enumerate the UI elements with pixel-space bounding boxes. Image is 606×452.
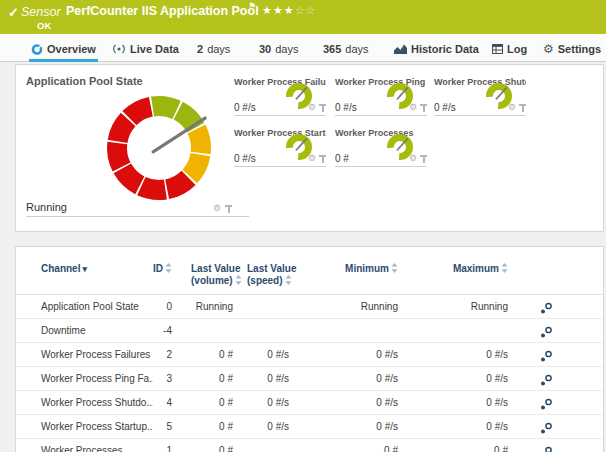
pin-icon[interactable] <box>225 205 232 213</box>
column-header-id[interactable]: ID <box>116 263 172 275</box>
table-header: Channel▾ ID Last Value(volume) Last Valu… <box>16 247 603 295</box>
active-tab-underline <box>29 59 98 62</box>
cell-id: 2 <box>126 349 172 360</box>
divider <box>26 216 249 217</box>
cell-minimum: Running <box>298 301 398 312</box>
table-row: Worker Processes 1 0 # 0 # 0 # <box>16 439 603 452</box>
log-table-icon <box>492 44 503 54</box>
column-header-minimum[interactable]: Minimum <box>306 263 398 275</box>
gauge-tile-worker-process-startup-failures[interactable]: Worker Process Startup Failu... 0 #/s ⚙ <box>234 128 326 167</box>
tab-365-days[interactable]: 365 days <box>323 41 369 57</box>
gauge-settings-gear-icon[interactable]: ⚙ <box>308 154 316 163</box>
channel-settings-icon[interactable] <box>540 396 553 414</box>
divider <box>234 166 326 167</box>
tab-30-days[interactable]: 30 days <box>259 41 299 57</box>
cell-last-value-volume: 0 # <box>173 373 233 384</box>
sensor-header: ✓ Sensor PerfCounter IIS Application Poo… <box>0 0 606 34</box>
tab-historic-data[interactable]: Historic Data <box>394 41 479 57</box>
pin-icon[interactable] <box>519 104 526 112</box>
overview-panel: Application Pool State Running ⚙ Worker … <box>15 64 604 232</box>
cell-last-value-speed: 0 #/s <box>229 349 289 360</box>
channel-settings-icon[interactable] <box>540 420 553 438</box>
divider <box>234 115 326 116</box>
tab-live-data[interactable]: Live Data <box>112 41 179 57</box>
pin-icon[interactable] <box>319 104 326 112</box>
cell-minimum: 0 #/s <box>298 421 398 432</box>
channel-settings-icon[interactable] <box>540 324 553 342</box>
channel-settings-icon[interactable] <box>540 372 553 390</box>
tab-label: Live Data <box>130 43 179 55</box>
status-ok-check-icon: ✓ <box>8 5 19 20</box>
tab-2-days[interactable]: 2 days <box>197 41 230 57</box>
column-header-channel[interactable]: Channel▾ <box>41 263 87 275</box>
sort-icon <box>391 263 398 273</box>
gauge-settings-gear-icon[interactable]: ⚙ <box>213 204 221 213</box>
cell-id: 5 <box>126 421 172 432</box>
cell-id: 3 <box>126 373 172 384</box>
pin-icon[interactable] <box>319 155 326 163</box>
divider <box>434 115 526 116</box>
channel-settings-icon[interactable] <box>540 444 553 452</box>
tab-log[interactable]: Log <box>492 41 527 57</box>
chart-icon <box>394 44 407 54</box>
gauge-tile-value: 0 #/s <box>234 153 256 164</box>
table-row: Worker Process Startup... 5 0 # 0 #/s 0 … <box>16 415 603 439</box>
sensor-kind-label: Sensor <box>21 5 61 19</box>
priority-stars[interactable]: ★★★☆☆ <box>262 4 316 17</box>
cell-maximum: 0 # <box>408 445 508 452</box>
table-body: Application Pool State 0 Running Running… <box>16 295 603 452</box>
sensor-title: PerfCounter IIS Application Pool <box>66 4 259 18</box>
gauge-settings-gear-icon[interactable]: ⚙ <box>508 103 516 112</box>
cell-last-value-speed: 0 #/s <box>229 421 289 432</box>
cell-maximum: 0 #/s <box>408 373 508 384</box>
main-gauge-value: Running <box>26 201 67 213</box>
gauge-settings-gear-icon[interactable]: ⚙ <box>409 154 417 163</box>
channel-settings-icon[interactable] <box>540 348 553 366</box>
cell-last-value-volume: 0 # <box>173 421 233 432</box>
sort-icon <box>501 263 508 273</box>
priority-star-empty[interactable]: ☆ <box>306 4 317 16</box>
tab-overview[interactable]: Overview <box>31 41 96 57</box>
gauge-tile-worker-process-failures[interactable]: Worker Process Failures 0 #/s ⚙ <box>234 77 326 116</box>
gauge-settings-gear-icon[interactable]: ⚙ <box>308 103 316 112</box>
gauge-tile-worker-process-ping-failures[interactable]: Worker Process Ping Failures 0 #/s ⚙ <box>335 77 427 116</box>
prtg-sensor-page: ✓ Sensor PerfCounter IIS Application Poo… <box>0 0 606 452</box>
cell-last-value-volume: 0 # <box>173 445 233 452</box>
overview-gauge-icon <box>31 43 43 55</box>
tab-label: Overview <box>47 43 96 55</box>
tab-label: days <box>345 43 368 55</box>
cell-minimum: 0 #/s <box>298 373 398 384</box>
column-header-last-value-speed[interactable]: Last Value(speed) <box>247 263 301 287</box>
gauge-tile-value: 0 #/s <box>434 102 456 113</box>
column-header-last-value-volume[interactable]: Last Value(volume) <box>191 263 245 287</box>
channel-settings-icon[interactable] <box>540 300 553 318</box>
flag-icon: ⚑ <box>248 1 256 11</box>
tab-label-number: 2 <box>197 43 203 55</box>
cell-last-value-volume: 0 # <box>173 397 233 408</box>
priority-star-empty[interactable]: ☆ <box>295 4 306 16</box>
cell-maximum: 0 #/s <box>408 397 508 408</box>
gauge-tile-worker-processes[interactable]: Worker Processes 0 # ⚙ <box>335 128 427 167</box>
table-row: Worker Process Failures 2 0 # 0 #/s 0 #/… <box>16 343 603 367</box>
gauge-tile-worker-process-shutdown-failures[interactable]: Worker Process Shutdown Fa... 0 #/s ⚙ <box>434 77 526 116</box>
priority-star-filled[interactable]: ★ <box>284 4 295 16</box>
tab-settings[interactable]: ⚙ Settings <box>543 41 601 57</box>
application-pool-state-gauge <box>99 88 219 208</box>
pin-icon[interactable] <box>420 155 427 163</box>
sort-desc-icon: ▾ <box>82 264 87 274</box>
tab-label: Log <box>507 43 527 55</box>
sort-icon <box>285 275 292 285</box>
table-row: Downtime -4 <box>16 319 603 343</box>
pin-icon[interactable] <box>420 104 427 112</box>
priority-star-filled[interactable]: ★ <box>273 4 284 16</box>
gauge-settings-gear-icon[interactable]: ⚙ <box>409 103 417 112</box>
cell-last-value-speed: 0 #/s <box>229 373 289 384</box>
gear-icon: ⚙ <box>543 43 554 55</box>
tab-label-number: 30 <box>259 43 271 55</box>
gauge-tile-value: 0 #/s <box>335 102 357 113</box>
column-header-maximum[interactable]: Maximum <box>416 263 508 275</box>
priority-star-filled[interactable]: ★ <box>262 4 273 16</box>
cell-minimum: 0 #/s <box>298 397 398 408</box>
sensor-tabbar: Overview Live Data 2 days 30 days 365 da… <box>0 34 606 62</box>
table-row: Worker Process Shutdo... 4 0 # 0 #/s 0 #… <box>16 391 603 415</box>
